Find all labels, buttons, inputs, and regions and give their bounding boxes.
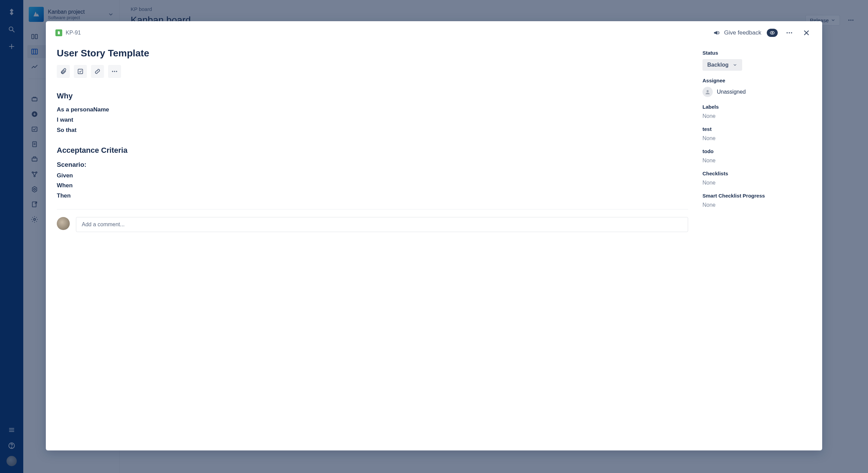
why-line-3[interactable]: So that [57, 125, 688, 135]
issue-title[interactable]: User Story Template [57, 48, 688, 59]
why-line-2[interactable]: I want [57, 115, 688, 125]
smart-checklist-label: Smart Checklist Progress [702, 193, 812, 199]
subtask-button[interactable] [74, 65, 87, 78]
svg-point-36 [772, 32, 773, 33]
checklists-label: Checklists [702, 171, 812, 176]
todo-value[interactable]: None [702, 158, 812, 164]
test-value[interactable]: None [702, 135, 812, 141]
why-heading: Why [57, 92, 688, 100]
labels-label: Labels [702, 104, 812, 110]
why-line-1[interactable]: As a personaName [57, 105, 688, 115]
assignee-value: Unassigned [717, 89, 746, 95]
svg-rect-42 [78, 69, 82, 73]
feedback-label: Give feedback [724, 29, 761, 36]
svg-point-37 [787, 32, 788, 33]
close-button[interactable] [800, 27, 813, 39]
link-icon [94, 68, 101, 75]
close-icon [803, 29, 810, 37]
modal-more-button[interactable] [783, 27, 795, 39]
test-label: test [702, 126, 812, 132]
smart-checklist-value[interactable]: None [702, 202, 812, 208]
status-label: Status [702, 50, 812, 56]
todo-label: todo [702, 148, 812, 154]
checklists-value[interactable]: None [702, 180, 812, 186]
megaphone-icon [713, 29, 721, 37]
ac-when[interactable]: When [57, 180, 688, 191]
svg-point-43 [112, 71, 113, 72]
ac-then[interactable]: Then [57, 191, 688, 201]
more-icon [111, 68, 118, 75]
watch-button[interactable] [766, 27, 778, 39]
issue-key-link[interactable]: KP-91 [55, 29, 81, 36]
status-value: Backlog [707, 62, 728, 68]
give-feedback-button[interactable]: Give feedback [713, 29, 761, 37]
subtask-icon [77, 68, 84, 75]
chevron-down-icon [733, 63, 737, 67]
content-more-button[interactable] [108, 65, 121, 78]
svg-point-46 [707, 90, 709, 92]
ac-given[interactable]: Given [57, 171, 688, 181]
svg-point-45 [116, 71, 117, 72]
svg-point-39 [791, 32, 792, 33]
attach-icon [60, 68, 67, 75]
ac-heading: Acceptance Criteria [57, 146, 688, 155]
issue-key-text: KP-91 [66, 30, 81, 36]
svg-point-44 [114, 71, 115, 72]
svg-point-38 [789, 32, 790, 33]
assignee-picker[interactable]: Unassigned [702, 87, 812, 97]
labels-value[interactable]: None [702, 113, 812, 119]
story-type-icon [55, 29, 62, 36]
issue-modal: KP-91 Give feedback User Story Template [46, 21, 822, 450]
eye-icon [767, 29, 778, 37]
unassigned-avatar-icon [702, 87, 713, 97]
link-button[interactable] [91, 65, 104, 78]
status-dropdown[interactable]: Backlog [702, 59, 742, 71]
comment-input[interactable]: Add a comment... [76, 217, 688, 232]
assignee-label: Assignee [702, 78, 812, 83]
attach-button[interactable] [57, 65, 70, 78]
current-user-avatar [57, 217, 70, 230]
scenario-heading[interactable]: Scenario: [57, 159, 688, 170]
